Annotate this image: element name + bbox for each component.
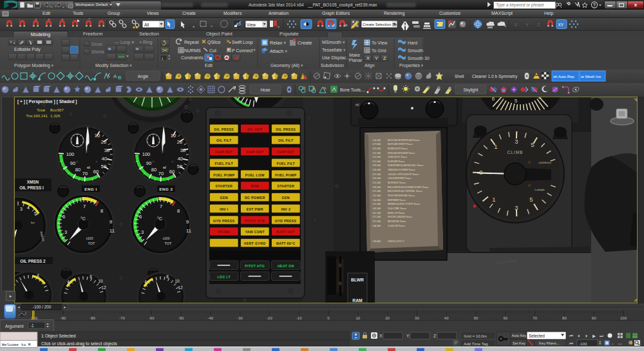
svg-text:FUEL PUMP: FUEL PUMP: [213, 173, 234, 177]
svg-text:123.300: 123.300: [372, 194, 381, 197]
svg-text:3: 3: [64, 229, 67, 235]
svg-text:LDG LT: LDG LT: [217, 275, 231, 279]
svg-text:BLWR: BLWR: [351, 278, 364, 282]
svg-text:7: 7: [83, 204, 86, 209]
svg-text:STARTER: STARTER: [215, 184, 232, 188]
svg-text:Grid = 10.0m: Grid = 10.0m: [464, 334, 487, 338]
svg-text:132.300: 132.300: [372, 151, 381, 155]
svg-text:5: 5: [529, 196, 533, 203]
svg-text:KRASNODAR-PASHKOVSKY Tower: KRASNODAR-PASHKOVSKY Tower: [388, 185, 429, 189]
svg-text:nl: nl: [87, 166, 90, 169]
svg-text:GUDAUTA Tower: GUDAUTA Tower: [388, 155, 408, 158]
svg-text:-1: -1: [30, 323, 34, 328]
svg-text:SENAKI-KOLKHI Tower: SENAKI-KOLKHI Tower: [388, 151, 415, 155]
svg-text:1: 1: [492, 196, 495, 203]
svg-text:11: 11: [109, 228, 115, 234]
svg-text:nl: nl: [163, 166, 166, 169]
svg-text:CHIP DET: CHIP DET: [215, 150, 232, 154]
svg-text:Tris:: Tris:: [26, 113, 33, 118]
svg-text:-70: -70: [119, 316, 125, 320]
svg-text:EXT PWR: EXT PWR: [247, 207, 263, 211]
svg-text:90: 90: [592, 316, 596, 320]
svg-text:8: 8: [90, 274, 92, 279]
svg-text:4: 4: [67, 280, 70, 284]
svg-text:40: 40: [102, 156, 107, 162]
svg-text:90: 90: [146, 160, 151, 166]
svg-text:8: 8: [166, 274, 169, 279]
svg-text:ENG 2: ENG 2: [159, 187, 173, 191]
svg-text:ENG I: ENG I: [84, 187, 97, 191]
svg-text:SOCHI-ADLER Tower: SOCHI-ADLER Tower: [388, 215, 412, 218]
svg-text:134.500: 134.500: [372, 138, 381, 142]
svg-text:130.000: 130.000: [372, 240, 381, 243]
svg-text:Ludolph: Ludolph: [535, 188, 545, 191]
svg-text:10: 10: [175, 279, 180, 283]
svg-text:-60: -60: [149, 316, 155, 320]
svg-text:-80: -80: [90, 316, 95, 320]
svg-text:x1000ft/min: x1000ft/min: [538, 162, 551, 164]
svg-text:EMERGENCY: EMERGENCY: [388, 240, 404, 243]
svg-text:GELENDZHIK Tower: GELENDZHIK Tower: [388, 176, 412, 180]
svg-text:bar: bar: [31, 221, 35, 224]
svg-text:140.300: 140.300: [372, 224, 381, 227]
svg-text:80: 80: [75, 167, 80, 173]
svg-text:Key Filters...: Key Filters...: [539, 341, 560, 345]
svg-text:OIL PRESS: OIL PRESS: [276, 128, 296, 131]
svg-text:BATUMI Tower: BATUMI Tower: [388, 160, 405, 163]
svg-text:OIL FILT: OIL FILT: [216, 138, 232, 142]
svg-text:3: 3: [20, 207, 23, 211]
svg-text:9: 9: [186, 219, 189, 225]
svg-text:121.300: 121.300: [372, 173, 381, 176]
svg-text:▸▸: ▸▸: [618, 341, 623, 346]
svg-text:KRYMSK Tower: KRYMSK Tower: [388, 198, 406, 202]
svg-text:⏴: ⏴: [578, 334, 580, 338]
svg-text:40: 40: [444, 316, 449, 320]
svg-text:131.500: 131.500: [372, 155, 381, 158]
svg-text:X:: X:: [379, 334, 383, 338]
svg-text:141.300: 141.300: [372, 211, 381, 214]
svg-text:PITOT HTG: PITOT HTG: [245, 264, 265, 268]
svg-text:-100: -100: [579, 341, 587, 346]
svg-text:TOT: TOT: [165, 242, 173, 245]
svg-text:▶: ▶: [592, 334, 596, 338]
svg-text:CHIP DET: CHIP DET: [277, 150, 294, 154]
svg-text:FUEL PUMP: FUEL PUMP: [275, 173, 296, 177]
svg-text:IFF/MA: IFF/MA: [218, 230, 230, 234]
svg-text:3: 3: [141, 229, 144, 235]
svg-text:70: 70: [533, 316, 537, 320]
svg-text:131.300: 131.300: [372, 160, 381, 163]
svg-text:⏮: ⏮: [569, 334, 573, 338]
svg-text:KOBULETI Tower: KOBULETI Tower: [388, 147, 408, 150]
svg-text:FUEL FILT: FUEL FILT: [214, 162, 233, 166]
svg-text:138.300: 138.300: [372, 168, 381, 171]
svg-text:3: 3: [515, 204, 518, 211]
svg-text:-50: -50: [178, 316, 184, 320]
svg-text:6: 6: [139, 214, 142, 220]
svg-text:135.300: 135.300: [372, 202, 381, 205]
svg-text:RPM: RPM: [251, 184, 259, 188]
svg-text:KUTAISI-WEST Tower: KUTAISI-WEST Tower: [388, 142, 413, 146]
svg-text:MINERALNYE-VODY Tower: MINERALNYE-VODY Tower: [388, 202, 421, 205]
svg-text:FUEL LOW: FUEL LOW: [245, 173, 265, 177]
svg-text:40: 40: [178, 156, 183, 162]
svg-text:5: 5: [515, 98, 518, 104]
svg-text:20: 20: [101, 139, 106, 145]
svg-text:BATT 60°C: BATT 60°C: [276, 242, 296, 245]
svg-text:NOVOROSSIYSK Tower: NOVOROSSIYSK Tower: [388, 194, 415, 197]
svg-text:12: 12: [101, 285, 106, 290]
svg-text:3: 3: [515, 138, 518, 145]
svg-text:1: 1: [494, 143, 497, 150]
svg-text:MOZDOK Tower: MOZDOK Tower: [388, 220, 406, 223]
svg-text:80: 80: [562, 316, 567, 320]
svg-text:20: 20: [385, 316, 390, 320]
svg-text:-10: -10: [296, 316, 302, 320]
svg-text:HF: HF: [355, 104, 359, 107]
svg-text:Z:: Z:: [433, 334, 437, 338]
svg-text:6: 6: [62, 214, 65, 220]
svg-text:PITOT SYD: PITOT SYD: [245, 219, 265, 223]
svg-text:[ + ] [ Perspective ] [ Shaded: [ + ] [ Perspective ] [ Shaded ]: [17, 99, 77, 104]
svg-text:90: 90: [70, 160, 75, 166]
svg-text:137.300: 137.300: [372, 220, 381, 223]
svg-text:°C: °C: [80, 216, 86, 221]
svg-text:12: 12: [178, 285, 183, 290]
